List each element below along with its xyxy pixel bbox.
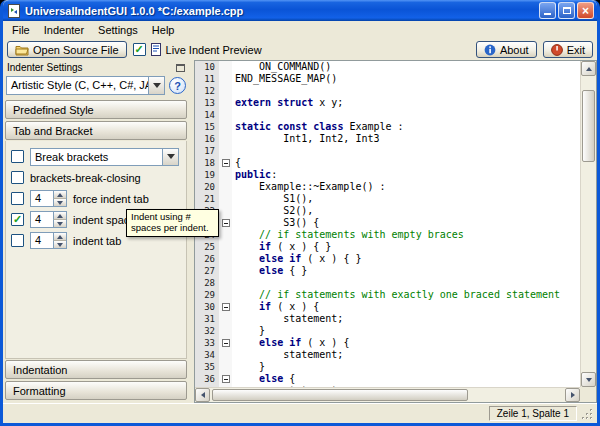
open-source-file-button[interactable]: Open Source File xyxy=(7,41,127,58)
resize-grip[interactable] xyxy=(581,407,594,421)
line-number: 16 xyxy=(195,133,219,145)
section-tab-and-bracket[interactable]: Tab and Bracket xyxy=(5,121,187,140)
code-line: 18{ xyxy=(195,157,580,169)
indenter-select-arrow[interactable] xyxy=(148,77,164,94)
line-number: 14 xyxy=(195,109,219,121)
fold-margin xyxy=(219,133,232,145)
break-brackets-arrow[interactable] xyxy=(162,149,178,165)
line-number: 20 xyxy=(195,181,219,193)
code-line: 20 Example::~Example() : xyxy=(195,181,580,193)
menu-indenter[interactable]: Indenter xyxy=(37,22,91,38)
line-number: 12 xyxy=(195,85,219,97)
code-text: S1(), xyxy=(232,193,313,205)
section-indentation-label: Indentation xyxy=(13,364,67,376)
scroll-down-button[interactable] xyxy=(581,372,596,387)
fold-collapse-icon[interactable] xyxy=(222,159,230,167)
spin-up-button[interactable] xyxy=(53,212,66,219)
spin-down-button[interactable] xyxy=(53,198,66,206)
code-text: } xyxy=(232,361,265,373)
exit-button[interactable]: Exit xyxy=(543,41,593,58)
menu-settings[interactable]: Settings xyxy=(91,22,145,38)
line-number: 29 xyxy=(195,289,219,301)
indent-tab-checkbox[interactable] xyxy=(11,234,24,247)
spin-down-button[interactable] xyxy=(53,219,66,227)
horizontal-scroll-thumb[interactable] xyxy=(212,389,468,401)
code-text: END_MESSAGE_MAP() xyxy=(232,73,337,85)
about-button[interactable]: About xyxy=(476,41,537,58)
break-brackets-value: Break brackets xyxy=(31,149,162,165)
code-line: 25 if ( x ) { } xyxy=(195,241,580,253)
code-line: 24 // if statements with empty braces xyxy=(195,229,580,241)
fold-margin xyxy=(219,157,232,169)
section-formatting-label: Formatting xyxy=(13,385,66,397)
tab-and-bracket-page: Break brackets brackets-break-closing 4 xyxy=(5,141,187,359)
code-line: 10 ON_COMMAND() xyxy=(195,61,580,73)
panel-title: Indenter Settings xyxy=(7,62,83,73)
section-indentation[interactable]: Indentation xyxy=(5,360,187,379)
code-text: // if statements with empty braces xyxy=(232,229,464,241)
settings-toolbox: Predefined Style Tab and Bracket Break b… xyxy=(5,99,187,401)
force-indent-tab-value[interactable]: 4 xyxy=(31,191,53,206)
vertical-scroll-track[interactable] xyxy=(581,76,596,372)
indent-spaces-spinner[interactable]: 4 xyxy=(30,211,67,228)
fold-collapse-icon[interactable] xyxy=(222,303,230,311)
horizontal-scrollbar[interactable] xyxy=(195,387,580,402)
title-bar[interactable]: UniversalIndentGUI 1.0.0 *C:/example.cpp… xyxy=(3,0,597,21)
indent-spaces-value[interactable]: 4 xyxy=(31,212,53,227)
line-number: 30 xyxy=(195,301,219,313)
spin-up-button[interactable] xyxy=(53,233,66,240)
code-area[interactable]: 10 ON_COMMAND()11END_MESSAGE_MAP()1213ex… xyxy=(195,61,580,387)
fold-collapse-icon[interactable] xyxy=(222,339,230,347)
horizontal-scroll-track[interactable] xyxy=(210,388,565,402)
spin-down-button[interactable] xyxy=(53,240,66,248)
dock-float-icon[interactable] xyxy=(176,64,185,72)
brackets-break-closing-checkbox[interactable] xyxy=(11,171,24,184)
scroll-up-button[interactable] xyxy=(581,61,596,76)
code-line: 37 statement; xyxy=(195,385,580,387)
vertical-scroll-thumb[interactable] xyxy=(582,90,595,162)
break-brackets-select[interactable]: Break brackets xyxy=(30,148,179,166)
code-text: S2(), xyxy=(232,205,313,217)
cursor-position-field: Zeile 1, Spalte 1 xyxy=(489,406,577,421)
code-line: 33 else if ( x ) { xyxy=(195,337,580,349)
menu-help[interactable]: Help xyxy=(145,22,182,38)
dock-title-bar[interactable]: Indenter Settings xyxy=(4,60,188,75)
code-text: S3() { xyxy=(232,217,319,229)
code-line: 21 S1(), xyxy=(195,193,580,205)
code-text: statement; xyxy=(232,313,343,325)
option-break-brackets: Break brackets xyxy=(11,146,181,167)
maximize-button[interactable] xyxy=(558,2,575,19)
spin-up-button[interactable] xyxy=(53,191,66,198)
indenter-select[interactable]: Artistic Style (C, C++, C#, JAVA) xyxy=(6,76,165,95)
section-formatting[interactable]: Formatting xyxy=(5,381,187,400)
arrow-down-icon xyxy=(57,222,63,226)
code-line: 26 else if ( x ) { } xyxy=(195,253,580,265)
indenter-manual-button[interactable]: ? xyxy=(169,77,186,94)
scroll-left-button[interactable] xyxy=(195,388,210,402)
fold-margin xyxy=(219,169,232,181)
indent-tab-spinner[interactable]: 4 xyxy=(30,232,67,249)
fold-collapse-icon[interactable] xyxy=(222,375,230,383)
code-text: { xyxy=(232,157,241,169)
line-number: 11 xyxy=(195,73,219,85)
scroll-right-button[interactable] xyxy=(565,388,580,402)
vertical-scrollbar[interactable] xyxy=(580,61,596,387)
live-indent-preview-toggle[interactable]: ✓ Live Indent Preview xyxy=(133,43,262,56)
code-lines: 10 ON_COMMAND()11END_MESSAGE_MAP()1213ex… xyxy=(195,61,580,387)
indent-spaces-checkbox[interactable]: ✓ xyxy=(11,213,24,226)
indent-tab-value[interactable]: 4 xyxy=(31,233,53,248)
arrow-right-icon xyxy=(571,392,575,398)
live-indent-preview-checkbox[interactable]: ✓ xyxy=(133,43,146,56)
close-button[interactable]: × xyxy=(577,2,594,19)
fold-collapse-icon[interactable] xyxy=(222,219,230,227)
section-predefined-style[interactable]: Predefined Style xyxy=(5,100,187,119)
code-text: if ( x ) { xyxy=(232,301,319,313)
window-title: UniversalIndentGUI 1.0.0 *C:/example.cpp xyxy=(25,5,535,17)
break-brackets-checkbox[interactable] xyxy=(11,150,24,163)
force-indent-tab-spinner[interactable]: 4 xyxy=(30,190,67,207)
code-line: 32 } xyxy=(195,325,580,337)
code-text: extern struct x y; xyxy=(232,97,343,109)
menu-file[interactable]: File xyxy=(5,22,37,38)
force-indent-tab-checkbox[interactable] xyxy=(11,192,24,205)
minimize-button[interactable] xyxy=(539,2,556,19)
